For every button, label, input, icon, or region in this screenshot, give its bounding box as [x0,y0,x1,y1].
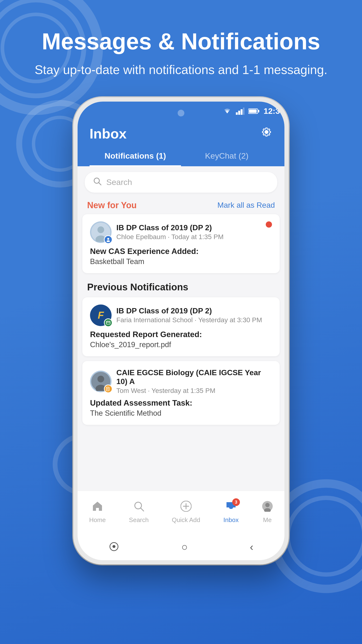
page-headline: Messages & Notifications [35,29,328,54]
nav-item-quick-add[interactable]: Quick Add [172,501,200,524]
notification-meta-3: CAIE EGCSE Biology (CAIE IGCSE Year 10) … [116,368,272,394]
app-header: Inbox Notifications (1) KeyChat (2) [77,121,284,166]
svg-point-4 [288,498,362,574]
notification-group: IB DP Class of 2019 (DP 2) [116,223,272,232]
notification-card-new-1[interactable]: IB DP Class of 2019 (DP 2) Chloe Epelbau… [82,214,280,273]
nav-label-me: Me [263,516,272,524]
status-time: 12:30 [264,106,284,116]
svg-point-38 [265,503,270,507]
unread-dot [266,222,272,228]
svg-line-16 [99,183,101,185]
notification-body-title: New CAS Experience Added: [90,247,272,256]
inbox-badge: 3 [232,498,240,506]
notification-meta: IB DP Class of 2019 (DP 2) Chloe Epelbau… [116,223,272,241]
svg-point-27 [97,376,104,382]
nav-label-home: Home [89,516,106,524]
notification-group-2: IB DP Class of 2019 (DP 2) [116,306,272,315]
svg-rect-22 [106,321,110,324]
camera-dot [178,110,184,116]
svg-rect-10 [241,109,243,115]
svg-line-33 [141,508,144,511]
notification-card-prev-1[interactable]: F IB DP Class of 2019 (DP 2) F [82,297,280,356]
avatar-badge-green [104,318,112,327]
notification-sub-3: Tom West · Yesterday at 1:35 PM [116,387,272,394]
phone-mockup: 12:30 Inbox Notifications (1) [73,97,289,564]
mark-all-read-button[interactable]: Mark all as Read [217,201,275,210]
search-icon [93,177,101,187]
hero-section: Messages & Notifications Stay up-to-date… [15,29,347,78]
settings-icon[interactable] [261,126,273,141]
wifi-icon [222,108,232,115]
svg-point-15 [94,178,99,183]
new-section-header: New for You Mark all as Read [77,196,284,214]
svg-rect-29 [106,387,109,391]
avatar-badge-orange [104,384,112,393]
me-icon [262,501,273,514]
svg-rect-14 [249,110,257,113]
search-nav-icon [133,501,144,514]
content-area: Search New for You Mark all as Read [77,166,284,491]
avatar-wrap-2: F [90,304,112,326]
notification-body-text-3: The Scientific Method [90,409,272,418]
bottom-nav-bar: Home Search [77,491,284,534]
nav-item-home[interactable]: Home [89,501,106,524]
svg-rect-11 [243,108,244,115]
android-recent-button[interactable]: ⦿ [109,541,119,553]
avatar-wrap [90,222,112,243]
nav-item-inbox[interactable]: 3 Inbox [223,501,239,524]
notification-group-3: CAIE EGCSE Biology (CAIE IGCSE Year 10) … [116,368,272,386]
nav-label-inbox: Inbox [223,516,239,524]
svg-rect-13 [258,110,259,112]
notification-body-text-2: Chloe's_2019_report.pdf [90,340,272,349]
home-icon [92,501,103,514]
battery-icon [248,108,260,114]
tab-notifications[interactable]: Notifications (1) [89,146,181,166]
status-icons: 12:30 [222,106,284,116]
tab-keychat[interactable]: KeyChat (2) [181,146,273,166]
nav-item-search[interactable]: Search [129,501,149,524]
page-subheadline: Stay up-to-date with notifications and 1… [35,61,328,78]
notification-sub-2: Faria International School · Yesterday a… [116,316,272,324]
search-bar[interactable]: Search [85,172,277,192]
search-placeholder: Search [106,178,132,187]
app-title: Inbox [89,126,127,142]
phone-screen: 12:30 Inbox Notifications (1) [77,102,284,560]
status-bar: 12:30 [77,102,284,121]
notification-card-prev-2[interactable]: CAIE EGCSE Biology (CAIE IGCSE Year 10) … [82,361,280,425]
inbox-icon: 3 [226,501,237,514]
svg-rect-9 [238,111,240,115]
notification-meta-2: IB DP Class of 2019 (DP 2) Faria Interna… [116,306,272,324]
previous-section-title: Previous Notifications [77,278,284,297]
svg-point-20 [107,238,109,240]
nav-label-search: Search [129,516,149,524]
new-for-you-title: New for You [87,200,137,210]
svg-point-18 [97,226,104,233]
android-home-button[interactable]: ○ [181,541,188,553]
svg-rect-8 [236,112,238,115]
avatar-badge-blue [104,235,112,244]
android-nav-bar: ⦿ ○ ‹ [77,534,284,560]
notification-body-text: Basketball Team [90,257,272,266]
tab-bar: Notifications (1) KeyChat (2) [89,146,273,166]
avatar-wrap-3 [90,371,112,392]
svg-point-21 [106,240,110,242]
nav-label-quick-add: Quick Add [172,516,200,524]
notification-body-title-3: Updated Assessment Task: [90,398,272,408]
notification-body-title-2: Requested Report Generated: [90,330,272,339]
nav-item-me[interactable]: Me [262,501,273,524]
android-back-button[interactable]: ‹ [250,541,254,553]
notification-sub: Chloe Epelbaum · Today at 1:35 PM [116,233,272,241]
signal-icon [236,108,244,115]
quick-add-icon [181,501,192,514]
